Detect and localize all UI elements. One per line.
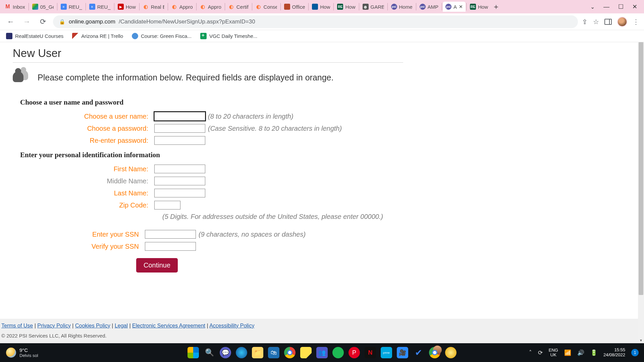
browser-tab[interactable]: ◐Real E bbox=[140, 2, 167, 12]
lastname-input[interactable] bbox=[154, 189, 205, 197]
chrome-profile-icon[interactable] bbox=[429, 347, 440, 358]
reload-button[interactable]: ⟳ bbox=[37, 16, 49, 28]
tray-chevron-icon[interactable]: ˄ bbox=[529, 349, 532, 356]
ssn-label: Enter your SSN bbox=[13, 231, 145, 238]
prime-video-icon[interactable]: prime bbox=[381, 347, 392, 358]
volume-icon[interactable]: 🔊 bbox=[577, 349, 584, 356]
chrome-canary-icon[interactable] bbox=[445, 347, 457, 358]
bookmark-item[interactable]: VGC Daily Timeshe... bbox=[200, 33, 257, 39]
bookmark-item[interactable]: Arizona RE | Trello bbox=[72, 33, 123, 39]
tab-title: REU_ bbox=[97, 4, 111, 10]
bookmark-item[interactable]: Course: Green Fisca... bbox=[132, 33, 192, 39]
ms-store-icon[interactable]: 🛍 bbox=[268, 347, 279, 358]
username-input[interactable] bbox=[154, 112, 205, 121]
username-hint: (8 to 20 characters in length) bbox=[208, 113, 293, 120]
footer-link[interactable]: Cookies Policy bbox=[75, 323, 110, 328]
firstname-input[interactable] bbox=[154, 165, 205, 173]
browser-tab[interactable]: psiAMP bbox=[417, 2, 441, 12]
tab-favicon: ◐ bbox=[171, 4, 177, 10]
new-tab-button[interactable]: ＋ bbox=[491, 1, 501, 12]
edge-icon[interactable] bbox=[236, 347, 247, 358]
tab-title: How bbox=[320, 4, 330, 10]
continue-button[interactable]: Continue bbox=[136, 258, 178, 273]
browser-tab[interactable]: REHow bbox=[467, 2, 491, 12]
bookmark-star-icon[interactable]: ☆ bbox=[593, 18, 599, 26]
file-explorer-icon[interactable]: 📁 bbox=[252, 347, 263, 358]
kebab-menu-icon[interactable]: ⋮ bbox=[633, 18, 639, 26]
browser-tab[interactable]: How bbox=[309, 2, 333, 12]
maximize-button[interactable]: ☐ bbox=[618, 3, 624, 10]
language-indicator[interactable]: ENG UK bbox=[549, 348, 558, 358]
browser-tab[interactable]: Office bbox=[281, 2, 308, 12]
section-credentials: Choose a user name and password bbox=[20, 98, 403, 107]
intro-text: Please complete the information below. R… bbox=[38, 73, 333, 82]
share-icon[interactable]: ⇪ bbox=[582, 18, 588, 26]
tab-favicon: psi bbox=[391, 4, 397, 10]
start-button[interactable] bbox=[187, 347, 199, 358]
scroll-down-arrow[interactable]: ▼ bbox=[638, 337, 644, 343]
window-controls: ⌄ — ☐ ✕ bbox=[590, 3, 642, 10]
browser-tab[interactable]: MInbox bbox=[2, 2, 28, 12]
forward-button[interactable]: → bbox=[21, 16, 33, 28]
browser-tab[interactable]: REHow bbox=[334, 2, 358, 12]
back-button[interactable]: ← bbox=[5, 16, 17, 28]
zoom-icon[interactable]: 🎥 bbox=[397, 347, 408, 358]
chrome-icon[interactable] bbox=[284, 347, 296, 358]
notification-badge[interactable]: 1 bbox=[631, 349, 639, 356]
chat-icon[interactable]: 💬 bbox=[220, 347, 231, 358]
profile-avatar[interactable] bbox=[617, 17, 627, 27]
close-window-button[interactable]: ✕ bbox=[632, 3, 637, 10]
cloud-sync-icon[interactable]: ⟳ bbox=[538, 349, 543, 356]
browser-tab[interactable]: ◐Appro bbox=[169, 2, 196, 12]
browser-tab[interactable]: 05_Ge bbox=[30, 2, 56, 12]
ssn2-input[interactable] bbox=[145, 242, 196, 251]
footer-link[interactable]: Terms of Use bbox=[1, 323, 33, 328]
browser-tab[interactable]: ◐Appro bbox=[197, 2, 224, 12]
tab-favicon: ◐ bbox=[200, 4, 206, 10]
minimize-button[interactable]: — bbox=[603, 3, 609, 10]
teams-icon[interactable]: 👥 bbox=[316, 347, 328, 358]
tab-favicon bbox=[312, 4, 318, 10]
pinterest-icon[interactable]: P bbox=[348, 347, 360, 358]
url-domain: online.goamp.com bbox=[69, 18, 115, 25]
tab-title: REU_ bbox=[69, 4, 82, 10]
todo-icon[interactable]: ✔ bbox=[413, 347, 424, 358]
side-panel-icon[interactable] bbox=[604, 19, 612, 25]
browser-tab[interactable]: ▶How bbox=[115, 2, 139, 12]
clock[interactable]: 15:55 24/08/2022 bbox=[603, 348, 625, 358]
footer-link[interactable]: Accessibility Policy bbox=[209, 323, 254, 328]
footer-link[interactable]: Electronic Services Agreement bbox=[132, 323, 205, 328]
wifi-icon[interactable]: 📶 bbox=[564, 349, 571, 356]
zip-input[interactable] bbox=[154, 201, 180, 209]
browser-tab[interactable]: ◐Certif bbox=[226, 2, 251, 12]
browser-tab[interactable]: psiHome bbox=[388, 2, 415, 12]
password-input[interactable] bbox=[154, 124, 205, 133]
weather-widget[interactable]: 9°C Delvis sol bbox=[0, 347, 38, 358]
search-icon[interactable]: 🔍 bbox=[204, 347, 215, 358]
battery-icon[interactable]: 🔋 bbox=[590, 349, 597, 356]
ssn-input[interactable] bbox=[145, 230, 196, 239]
scroll-thumb[interactable] bbox=[639, 42, 643, 295]
vertical-scrollbar[interactable]: ▲ ▼ bbox=[638, 42, 644, 343]
netflix-icon[interactable]: N bbox=[365, 347, 376, 358]
ssn-hint: (9 characters, no spaces or dashes) bbox=[199, 231, 306, 238]
bookmark-item[interactable]: RealEstateU Courses bbox=[6, 33, 63, 39]
browser-tab[interactable]: psiA✕ bbox=[443, 2, 466, 12]
footer-link[interactable]: Privacy Policy bbox=[37, 323, 71, 328]
lock-icon: 🔒 bbox=[59, 19, 65, 25]
middlename-input[interactable] bbox=[154, 177, 205, 185]
browser-tab[interactable]: ≡REU_ bbox=[58, 2, 85, 12]
browser-tab[interactable]: ≡REU_ bbox=[87, 2, 113, 12]
address-bar[interactable]: 🔒 online.goamp.com/CandidateHome/NewUser… bbox=[53, 15, 578, 28]
tab-favicon: ◍ bbox=[363, 4, 369, 10]
browser-tab[interactable]: ◍GARE bbox=[360, 2, 387, 12]
sticky-notes-icon[interactable] bbox=[300, 347, 312, 358]
spotify-icon[interactable] bbox=[332, 347, 344, 358]
bookmarks-bar: RealEstateU CoursesArizona RE | TrelloCo… bbox=[0, 30, 644, 42]
browser-tab[interactable]: ◐Conse bbox=[253, 2, 280, 12]
tabs-dropdown-icon[interactable]: ⌄ bbox=[590, 4, 595, 10]
close-tab-icon[interactable]: ✕ bbox=[459, 4, 463, 9]
footer-link[interactable]: Legal bbox=[115, 323, 128, 328]
password2-input[interactable] bbox=[154, 136, 205, 145]
weather-temp: 9°C bbox=[19, 347, 38, 353]
